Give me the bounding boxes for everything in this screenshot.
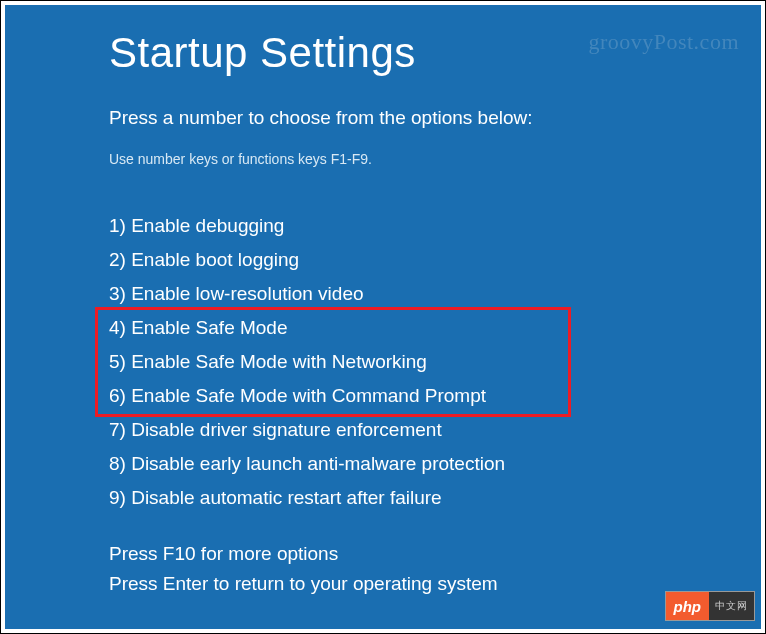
option-9-disable-auto-restart[interactable]: 9) Disable automatic restart after failu… xyxy=(109,481,657,515)
instruction-text: Press a number to choose from the option… xyxy=(109,107,657,129)
option-1-debugging[interactable]: 1) Enable debugging xyxy=(109,209,657,243)
footer-instructions: Press F10 for more options Press Enter t… xyxy=(109,539,498,599)
window-frame: groovyPost.com Startup Settings Press a … xyxy=(0,0,766,634)
footer-f10: Press F10 for more options xyxy=(109,539,498,569)
option-5-safe-mode-networking[interactable]: 5) Enable Safe Mode with Networking xyxy=(109,345,657,379)
option-3-low-res-video[interactable]: 3) Enable low-resolution video xyxy=(109,277,657,311)
footer-enter: Press Enter to return to your operating … xyxy=(109,569,498,599)
startup-settings-screen: groovyPost.com Startup Settings Press a … xyxy=(5,5,761,629)
option-8-disable-antimalware[interactable]: 8) Disable early launch anti-malware pro… xyxy=(109,447,657,481)
option-7-disable-driver-sig[interactable]: 7) Disable driver signature enforcement xyxy=(109,413,657,447)
watermark-php-label: php xyxy=(666,592,710,620)
watermark-cn-label: 中文网 xyxy=(709,592,754,620)
option-2-boot-logging[interactable]: 2) Enable boot logging xyxy=(109,243,657,277)
watermark-groovypost: groovyPost.com xyxy=(588,29,739,55)
option-4-safe-mode[interactable]: 4) Enable Safe Mode xyxy=(109,311,657,345)
page-title: Startup Settings xyxy=(109,29,657,77)
hint-text: Use number keys or functions keys F1-F9. xyxy=(109,151,657,167)
options-list: 1) Enable debugging 2) Enable boot loggi… xyxy=(109,209,657,515)
option-6-safe-mode-cmd[interactable]: 6) Enable Safe Mode with Command Prompt xyxy=(109,379,657,413)
watermark-php: php 中文网 xyxy=(665,591,756,621)
